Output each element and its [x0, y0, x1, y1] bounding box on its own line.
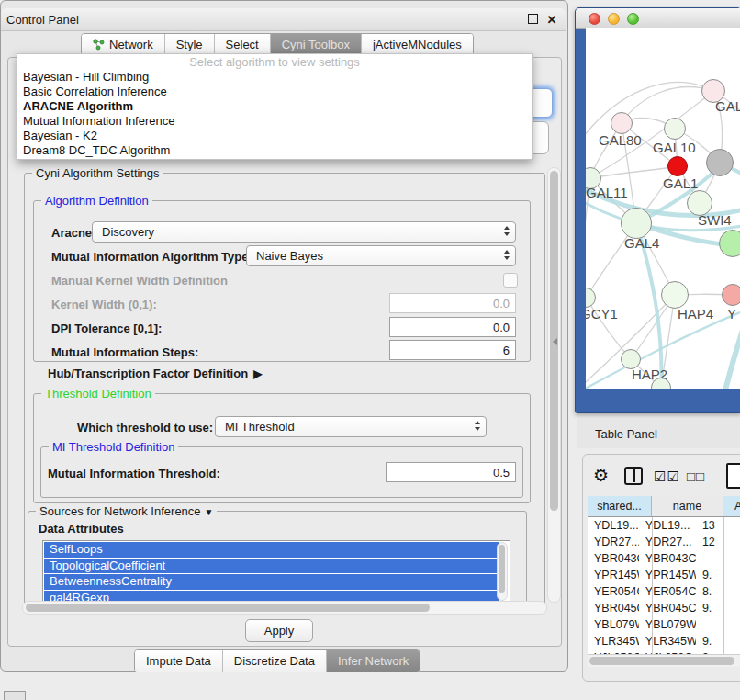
data-attributes-list[interactable]: SelfLoopsTopologicalCoefficientBetweenne…: [42, 540, 510, 604]
algorithm-option[interactable]: Dream8 DC_TDC Algorithm: [17, 143, 532, 158]
app-root: Control Panel ✕ Network Style Select Cyn…: [0, 0, 740, 700]
node-label: GAL4: [624, 235, 659, 251]
network-window-titlebar[interactable]: [576, 8, 740, 29]
settings-horizontal-scrollbar[interactable]: [22, 601, 547, 615]
stepper-icon: [475, 421, 480, 431]
mi-steps-field[interactable]: 6: [389, 340, 516, 360]
columns-icon[interactable]: [624, 467, 643, 485]
table-cell: 13: [696, 517, 740, 534]
table-horizontal-scrollbar[interactable]: [588, 654, 740, 667]
zoom-traffic-light-icon[interactable]: [627, 13, 639, 25]
table-row[interactable]: YER054CYER054C8.: [588, 583, 740, 600]
which-threshold-select[interactable]: MI Threshold: [215, 416, 487, 437]
gear-icon[interactable]: ⚙: [593, 465, 609, 486]
network-icon: [93, 39, 105, 51]
network-node[interactable]: [611, 112, 633, 134]
column-divider: [652, 517, 653, 654]
table-cell: YBL079W: [588, 616, 639, 633]
table-row[interactable]: YDR27...YDR27...12: [588, 534, 740, 550]
node-table-header: shared... name A: [588, 496, 740, 517]
network-node[interactable]: [706, 149, 734, 176]
minimize-traffic-light-icon[interactable]: [608, 13, 620, 25]
node-table-body: YDL19...YDL19...13YDR27...YDR27...12YBR0…: [588, 517, 740, 654]
function-builder-icon[interactable]: [726, 463, 740, 489]
algorithm-option[interactable]: Bayesian - Hill Climbing: [17, 70, 532, 85]
kernel-width-label: Kernel Width (0,1):: [51, 298, 157, 311]
tab-cyni-toolbox[interactable]: Cyni Toolbox: [271, 34, 362, 55]
float-window-icon[interactable]: [527, 13, 544, 27]
table-row[interactable]: YBL079WYBL079W: [588, 616, 740, 633]
table-cell: YPR145W: [639, 567, 696, 583]
algorithm-option[interactable]: Mutual Information Inference: [17, 114, 532, 129]
aracne-mode-select[interactable]: Discovery: [92, 221, 516, 243]
table-cell: YER054C: [639, 583, 696, 600]
sources-group-title[interactable]: Sources for Network Inference▼: [36, 504, 217, 518]
network-canvas[interactable]: GALGAL80GAL10GAL1GAL11SWI4GAL4GCY1HAP4YH…: [586, 28, 740, 389]
column-header-name[interactable]: name: [652, 496, 723, 516]
algorithm-option[interactable]: Bayesian - K2: [17, 129, 532, 143]
settings-vertical-scrollbar[interactable]: [547, 167, 561, 603]
table-cell: YER054C: [588, 583, 639, 600]
algorithm-option[interactable]: Basic Correlation Inference: [17, 85, 532, 99]
node-label: GAL: [715, 98, 740, 114]
minimized-panel-icon[interactable]: [4, 691, 26, 700]
table-cell: YBL079W: [639, 616, 696, 633]
table-row[interactable]: YBR045CYBR045C9.: [588, 600, 740, 616]
network-node[interactable]: [664, 118, 686, 140]
mi-threshold-field[interactable]: 0.5: [386, 462, 516, 482]
hub-definition-label: Hub/Transcription Factor Definition: [48, 367, 248, 380]
tab-impute-data[interactable]: Impute Data: [135, 650, 223, 672]
algorithm-dropdown-placeholder: Select algorithm to view settings: [17, 54, 532, 70]
network-node[interactable]: [667, 156, 688, 176]
float-icon: [528, 14, 538, 24]
mi-type-select[interactable]: Naive Bayes: [246, 245, 516, 266]
apply-button[interactable]: Apply: [245, 619, 313, 642]
splitter-collapse-icon[interactable]: [553, 338, 557, 345]
column-header-partial[interactable]: A: [723, 496, 740, 516]
kernel-width-field[interactable]: 0.0: [389, 293, 516, 313]
node-label: GAL1: [663, 175, 698, 191]
data-attribute-item[interactable]: TopologicalCoefficient: [44, 559, 499, 574]
algorithm-option[interactable]: ARACNE Algorithm: [17, 99, 532, 114]
dpi-tolerance-field[interactable]: 0.0: [389, 317, 516, 337]
control-panel-titlebar: Control Panel ✕: [1, 8, 566, 31]
network-node[interactable]: [621, 208, 652, 239]
node-label: Y: [727, 306, 736, 322]
network-node[interactable]: [661, 281, 689, 309]
data-attribute-item[interactable]: BetweennessCentrality: [44, 574, 499, 590]
aracne-mode-value: Discovery: [102, 225, 154, 239]
table-row[interactable]: YPR145WYPR145W9.: [588, 567, 740, 583]
column-header-shared-name[interactable]: shared...: [588, 496, 652, 516]
tab-infer-network[interactable]: Infer Network: [327, 650, 420, 672]
network-node[interactable]: [719, 230, 740, 257]
close-traffic-light-icon[interactable]: [589, 13, 600, 25]
threshold-definition-title: Threshold Definition: [41, 387, 155, 401]
attributes-list-scrollbar[interactable]: [497, 542, 508, 601]
data-attribute-item[interactable]: SelfLoops: [44, 542, 499, 558]
tab-discretize-data[interactable]: Discretize Data: [223, 650, 327, 672]
stepper-icon: [504, 226, 510, 236]
table-row[interactable]: YLR345WYLR345W9.: [588, 633, 740, 649]
collapse-down-icon: ▼: [205, 507, 214, 517]
table-cell: YBR043C: [588, 550, 639, 567]
algorithm-definition-title: Algorithm Definition: [41, 194, 152, 208]
algorithm-dropdown-list: Bayesian - Hill ClimbingBasic Correlatio…: [17, 70, 532, 158]
select-all-checkboxes-icon[interactable]: ☑☑: [654, 469, 680, 485]
hub-definition-expander[interactable]: Hub/Transcription Factor Definition▶: [48, 367, 262, 380]
tab-select-label: Select: [226, 38, 259, 51]
table-row[interactable]: YBR043CYBR043C: [588, 550, 740, 567]
tab-select[interactable]: Select: [215, 34, 271, 55]
tab-jactivemnodules[interactable]: jActiveMNodules: [362, 34, 473, 55]
tab-discretize-data-label: Discretize Data: [234, 654, 315, 668]
close-window-icon[interactable]: ✕: [544, 13, 560, 27]
tab-network[interactable]: Network: [82, 34, 165, 55]
deselect-all-checkboxes-icon[interactable]: □□: [687, 469, 705, 484]
table-cell: 9.: [696, 567, 740, 583]
tab-impute-data-label: Impute Data: [146, 654, 211, 668]
tab-cyni-toolbox-label: Cyni Toolbox: [282, 38, 350, 51]
table-row[interactable]: YDL19...YDL19...13: [588, 517, 740, 534]
network-node[interactable]: [722, 284, 740, 306]
table-cell: YPR145W: [588, 567, 639, 583]
manual-kernel-width-checkbox[interactable]: [503, 273, 518, 288]
tab-style[interactable]: Style: [165, 34, 215, 55]
